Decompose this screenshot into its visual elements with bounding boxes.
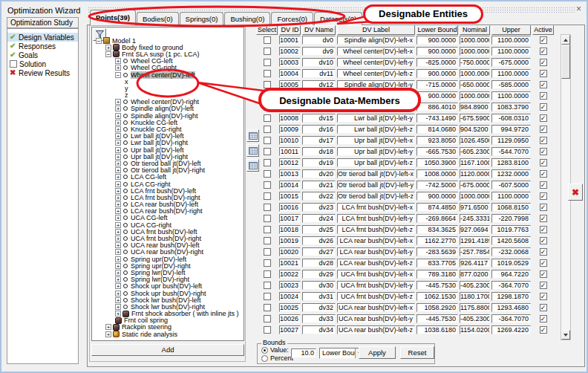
nominal-field[interactable]: 877.0200 — [460, 270, 490, 279]
nominal-field[interactable]: 1120.0000 — [460, 169, 490, 178]
dv-name-field[interactable]: dv20 — [302, 169, 336, 178]
lower-bound-field[interactable]: -715.0000 — [416, 80, 458, 89]
upper-bound-field[interactable]: 994.9720 — [491, 125, 531, 134]
dv-name-field[interactable]: dv33 — [302, 314, 336, 323]
active-checkbox[interactable]: ✓ — [540, 326, 547, 334]
select-checkbox[interactable] — [264, 181, 271, 189]
nominal-field[interactable]: 1175.8800 — [460, 303, 490, 312]
select-checkbox[interactable] — [264, 36, 271, 44]
dv-label-field[interactable]: Wheel center(DV)-left-y — [337, 58, 415, 67]
select-checkbox[interactable] — [264, 70, 271, 77]
lower-bound-field[interactable]: 834.3625 — [416, 225, 458, 234]
tree-item[interactable]: − Wheel center(DV)-left — [91, 71, 244, 78]
dv-label-field[interactable]: UCA rear bush(DV)-left-y — [337, 314, 415, 323]
dv-id-field[interactable]: 10020 — [279, 247, 301, 256]
dv-name-field[interactable]: dv9 — [302, 47, 336, 56]
nominal-field[interactable]: 971.6500 — [460, 203, 490, 212]
upper-bound-field[interactable]: -544.7070 — [491, 147, 531, 156]
tree-expander-icon[interactable]: + — [105, 331, 111, 337]
select-checkbox[interactable] — [264, 304, 271, 311]
dv-label-field[interactable]: LCA frnt bush(DV)-left-z — [337, 225, 415, 234]
upper-bound-field[interactable]: 1283.8100 — [491, 158, 531, 167]
tree-expander-icon[interactable]: + — [115, 208, 121, 214]
delete-button[interactable]: ✖ — [568, 184, 583, 201]
select-checkbox[interactable] — [264, 114, 271, 122]
select-checkbox[interactable] — [264, 237, 271, 244]
active-checkbox[interactable]: ✓ — [540, 237, 547, 244]
tree-expander-icon[interactable]: + — [115, 270, 121, 276]
dv-id-field[interactable]: 10024 — [279, 292, 301, 301]
tree-item[interactable]: + LCA rear bush(DV)-right — [91, 208, 244, 215]
nominal-field[interactable]: 1167.1000 — [460, 158, 490, 167]
lower-bound-field[interactable]: 900.0000 — [416, 192, 458, 201]
tree-expander-icon[interactable]: + — [115, 154, 121, 160]
select-checkbox[interactable] — [264, 126, 271, 133]
dv-id-field[interactable]: 10008 — [279, 114, 301, 123]
lower-bound-field[interactable]: 900.0000 — [416, 91, 458, 100]
upper-bound-field[interactable]: 1019.7763 — [491, 225, 531, 234]
select-checkbox[interactable] — [264, 48, 271, 55]
dv-name-field[interactable]: dv24 — [302, 214, 336, 223]
nominal-field[interactable]: 1026.4500 — [460, 136, 490, 145]
active-checkbox[interactable]: ✓ — [540, 204, 547, 211]
active-checkbox[interactable]: ✓ — [540, 282, 547, 289]
nominal-field[interactable]: 1000.0000 — [460, 36, 490, 45]
nominal-field[interactable]: 984.8900 — [460, 103, 490, 111]
upper-bound-field[interactable]: 1068.8150 — [491, 203, 531, 212]
lower-bound-field[interactable]: -665.7530 — [416, 147, 458, 156]
tree-expander-icon[interactable]: + — [115, 99, 121, 105]
column-header-dv-name[interactable]: DV Name — [302, 25, 336, 35]
tree-item[interactable]: + Otr tierod ball jt(DV)-right — [91, 167, 244, 174]
lower-bound-field[interactable]: 789.3180 — [416, 270, 458, 279]
tree-expander-icon[interactable]: + — [115, 291, 121, 296]
select-checkbox[interactable] — [264, 59, 271, 66]
nominal-field[interactable]: -605.2300 — [460, 147, 490, 156]
active-checkbox[interactable]: ✓ — [540, 114, 547, 122]
tree-expander-icon[interactable]: + — [115, 215, 121, 221]
add-button[interactable]: Add — [91, 344, 244, 356]
lower-bound-field[interactable]: 900.0000 — [416, 36, 458, 45]
select-checkbox[interactable] — [264, 293, 271, 300]
active-checkbox[interactable]: ✓ — [540, 248, 547, 256]
select-checkbox[interactable] — [264, 282, 271, 289]
upper-bound-field[interactable]: 1420.5608 — [491, 236, 531, 245]
nominal-field[interactable]: 926.4117 — [460, 259, 490, 267]
upper-bound-field[interactable]: 1298.1870 — [491, 292, 531, 301]
dv-name-field[interactable]: dv16 — [302, 125, 336, 134]
select-checkbox[interactable] — [264, 248, 271, 256]
nominal-field[interactable]: 1000.0000 — [460, 69, 490, 78]
select-checkbox[interactable] — [264, 148, 271, 155]
lower-bound-field[interactable]: 1062.1530 — [416, 292, 458, 301]
lower-bound-field[interactable]: -445.7530 — [416, 314, 458, 323]
tree-expander-icon[interactable]: + — [105, 324, 111, 330]
upper-bound-field[interactable]: -364.7070 — [491, 281, 531, 290]
dv-id-field[interactable]: 10018 — [279, 225, 301, 234]
dv-id-field[interactable]: 10023 — [279, 281, 301, 290]
lower-bound-field[interactable]: 1050.3900 — [416, 158, 458, 167]
nominal-field[interactable]: 1000.0000 — [460, 91, 490, 100]
column-header-select[interactable]: Select — [256, 25, 278, 35]
active-checkbox[interactable]: ✓ — [540, 36, 547, 44]
tree-expander-icon[interactable]: + — [115, 174, 121, 180]
lower-bound-field[interactable]: 900.0000 — [416, 47, 458, 56]
active-checkbox[interactable]: ✓ — [540, 59, 547, 66]
bound-amount-input[interactable]: 10.0 — [291, 348, 316, 358]
dv-id-field[interactable]: 10022 — [279, 270, 301, 279]
reset-button[interactable]: Reset — [400, 346, 434, 359]
dv-name-field[interactable]: dv21 — [302, 181, 336, 189]
dv-id-field[interactable]: 10004 — [279, 69, 301, 78]
active-checkbox[interactable]: ✓ — [540, 137, 547, 144]
upper-bound-field[interactable]: 1100.0000 — [491, 47, 531, 56]
lower-bound-field[interactable]: 1008.0000 — [416, 169, 458, 178]
nominal-field[interactable]: -257.7854 — [460, 247, 490, 256]
value-radio[interactable] — [261, 347, 268, 354]
tree-expander-icon[interactable]: − — [96, 38, 102, 44]
lower-bound-field[interactable]: -743.1490 — [416, 114, 458, 123]
dv-label-field[interactable]: UCA frnt bush(DV)-left-x — [337, 270, 415, 279]
active-checkbox[interactable]: ✓ — [540, 315, 547, 322]
tree-expander-icon[interactable]: + — [115, 188, 121, 194]
tree-expander-icon[interactable]: + — [115, 242, 121, 248]
tree-expander-icon[interactable]: + — [115, 256, 121, 262]
dv-name-field[interactable]: dv32 — [302, 303, 336, 312]
active-checkbox[interactable]: ✓ — [540, 148, 547, 155]
